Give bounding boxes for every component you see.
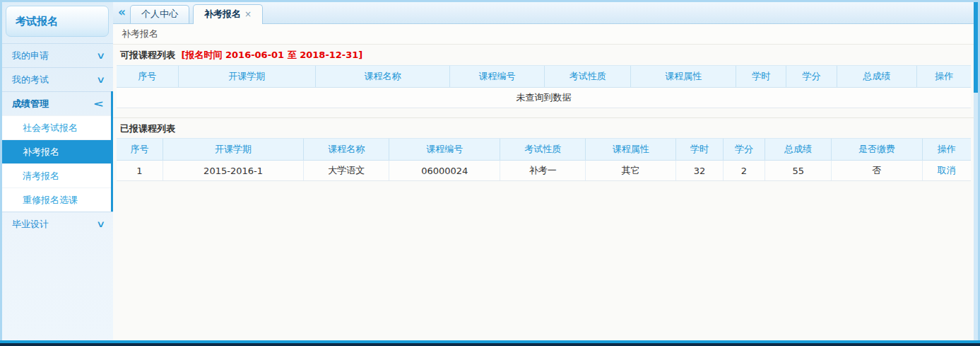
column-header: 考试性质 <box>545 66 631 88</box>
cell-seq: 1 <box>117 161 163 181</box>
registered-courses-title: 已报课程列表 <box>120 123 175 134</box>
tab-close-icon[interactable]: × <box>244 9 252 19</box>
sidebar-item-label: 成绩管理 <box>12 92 49 115</box>
available-courses-title: 可报课程列表 <box>120 50 175 60</box>
sidebar-item-grade-management[interactable]: 成绩管理 < <box>2 91 111 115</box>
column-header: 学时 <box>736 66 786 88</box>
registration-period-text: [报名时间 2016-06-01 至 2018-12-31] <box>182 50 363 60</box>
column-header: 序号 <box>117 139 163 161</box>
page-title: 补考报名 <box>113 24 974 45</box>
sidebar-title: 考试报名 <box>6 6 109 37</box>
column-header: 总成绩 <box>765 139 832 161</box>
bottom-navy-bar <box>0 343 980 346</box>
sidebar: 考试报名 我的申请 ∨ 我的考试 ∨ 成绩管理 < 社会考试报名 补考报名 清考… <box>2 2 113 340</box>
sidebar-submenu: 社会考试报名 补考报名 清考报名 重修报名选课 <box>2 115 111 212</box>
registered-courses-table: 序号 开课学期 课程名称 课程编号 考试性质 课程属性 学时 学分 总成绩 是否… <box>117 138 971 181</box>
cell-course-attr: 其它 <box>586 161 676 181</box>
column-header: 操作 <box>922 139 971 161</box>
chevron-down-icon: ∨ <box>97 212 106 236</box>
empty-message: 未查询到数据 <box>117 88 971 108</box>
column-header: 课程编号 <box>450 66 545 88</box>
sidebar-group-grade-management: 成绩管理 < 社会考试报名 补考报名 清考报名 重修报名选课 <box>2 91 113 212</box>
tab-bar: « 个人中心 补考报名× <box>113 2 974 24</box>
column-header: 是否缴费 <box>832 139 922 161</box>
sidebar-item-my-applications[interactable]: 我的申请 ∨ <box>2 43 113 67</box>
available-courses-table: 序号 开课学期 课程名称 课程编号 考试性质 课程属性 学时 学分 总成绩 操作… <box>117 65 971 108</box>
column-header: 学分 <box>786 66 837 88</box>
app-window: 考试报名 我的申请 ∨ 我的考试 ∨ 成绩管理 < 社会考试报名 补考报名 清考… <box>0 0 980 340</box>
table-header-row: 序号 开课学期 课程名称 课程编号 考试性质 课程属性 学时 学分 总成绩 是否… <box>117 139 971 161</box>
chevron-down-icon: ∨ <box>97 68 106 91</box>
cell-course-name: 大学语文 <box>304 161 389 181</box>
column-header: 序号 <box>117 66 178 88</box>
available-courses-section-header: 可报课程列表 [报名时间 2016-06-01 至 2018-12-31] <box>113 45 974 65</box>
column-header: 课程属性 <box>586 139 676 161</box>
tab-personal-center[interactable]: 个人中心 <box>130 5 189 23</box>
cell-semester: 2015-2016-1 <box>163 161 303 181</box>
sidebar-menu: 我的申请 ∨ 我的考试 ∨ 成绩管理 < 社会考试报名 补考报名 清考报名 重修… <box>2 43 113 340</box>
cell-credits: 2 <box>723 161 764 181</box>
column-header: 操作 <box>917 66 971 88</box>
column-header: 考试性质 <box>500 139 586 161</box>
column-header: 学分 <box>723 139 764 161</box>
sidebar-item-makeup-exam-registration[interactable]: 补考报名 <box>2 139 111 163</box>
column-header: 课程属性 <box>631 66 736 88</box>
column-header: 总成绩 <box>837 66 917 88</box>
empty-data-row: 未查询到数据 <box>117 88 971 108</box>
registered-courses-section-header: 已报课程列表 <box>113 117 974 138</box>
table-row: 1 2015-2016-1 大学语文 06000024 补考一 其它 32 2 … <box>117 161 971 181</box>
chevron-down-icon: ∨ <box>97 44 106 67</box>
cell-action: 取消 <box>922 161 971 181</box>
sidebar-item-retake-course-selection[interactable]: 重修报名选课 <box>2 188 111 212</box>
cell-exam-type: 补考一 <box>500 161 586 181</box>
column-header: 开课学期 <box>178 66 316 88</box>
column-header: 课程编号 <box>389 139 500 161</box>
tab-label: 补考报名 <box>204 8 241 19</box>
sidebar-item-graduation-design[interactable]: 毕业设计 ∨ <box>2 212 113 236</box>
cell-hours: 32 <box>676 161 723 181</box>
collapse-sidebar-button[interactable]: « <box>117 5 130 21</box>
vertical-scrollbar[interactable] <box>974 2 978 340</box>
chevron-expanded-icon: < <box>93 92 104 115</box>
column-header: 课程名称 <box>316 66 450 88</box>
column-header: 课程名称 <box>304 139 389 161</box>
cancel-registration-link[interactable]: 取消 <box>938 165 956 175</box>
sidebar-item-label: 我的申请 <box>12 44 49 67</box>
scrollbar-thumb[interactable] <box>974 2 978 93</box>
sidebar-item-social-exam-registration[interactable]: 社会考试报名 <box>2 115 111 139</box>
column-header: 开课学期 <box>163 139 303 161</box>
main-content: « 个人中心 补考报名× 补考报名 可报课程列表 [报名时间 2016-06-0… <box>113 2 974 340</box>
cell-total-score: 55 <box>765 161 832 181</box>
cell-paid: 否 <box>832 161 922 181</box>
column-header: 学时 <box>676 139 723 161</box>
sidebar-item-label: 毕业设计 <box>12 212 49 236</box>
sidebar-item-my-exams[interactable]: 我的考试 ∨ <box>2 67 113 91</box>
tab-label: 个人中心 <box>141 8 178 19</box>
sidebar-item-clearance-exam-registration[interactable]: 清考报名 <box>2 163 111 188</box>
sidebar-item-label: 我的考试 <box>12 68 49 91</box>
tab-makeup-exam-registration[interactable]: 补考报名× <box>193 4 263 24</box>
cell-course-code: 06000024 <box>389 161 500 181</box>
table-header-row: 序号 开课学期 课程名称 课程编号 考试性质 课程属性 学时 学分 总成绩 操作 <box>117 66 971 88</box>
